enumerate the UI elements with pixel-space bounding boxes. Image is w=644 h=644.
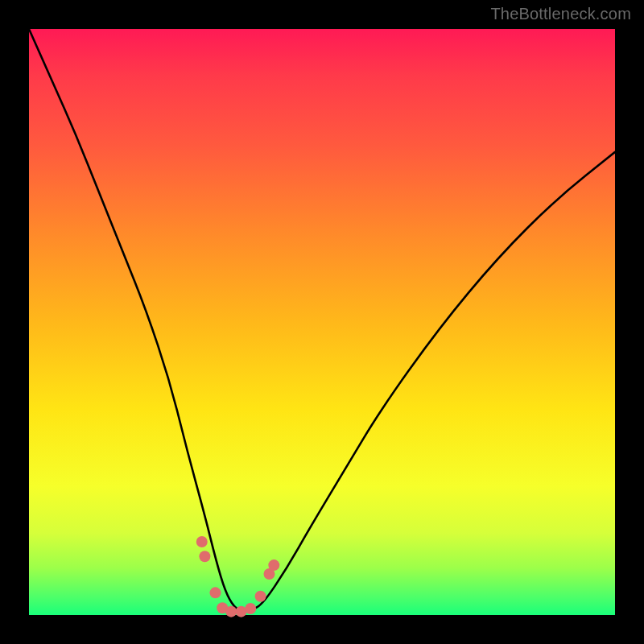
bottleneck-curve: [29, 29, 615, 611]
curve-marker: [210, 587, 221, 598]
curve-marker: [225, 606, 237, 617]
plot-area: [29, 29, 615, 615]
curve-marker: [196, 536, 208, 547]
curve-markers: [196, 536, 280, 617]
curve-marker: [255, 591, 266, 602]
curve-marker: [199, 551, 210, 562]
curve-marker: [245, 603, 256, 614]
chart-frame: TheBottleneck.com: [0, 0, 644, 644]
curve-marker: [268, 559, 279, 571]
watermark-text: TheBottleneck.com: [490, 5, 631, 23]
chart-svg: [29, 29, 615, 615]
